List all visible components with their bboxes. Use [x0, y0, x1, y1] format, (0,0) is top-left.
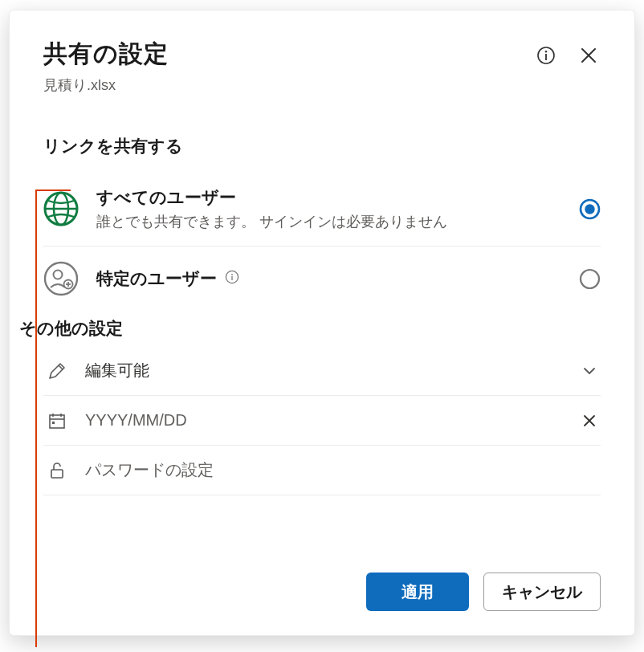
- expiration-date-row[interactable]: [43, 396, 601, 446]
- people-add-icon: [43, 261, 79, 296]
- apply-button[interactable]: 適用: [366, 573, 469, 611]
- option-everyone-title: すべてのユーザー: [96, 186, 561, 209]
- close-icon: [580, 47, 597, 64]
- svg-rect-18: [50, 415, 64, 428]
- option-specific-radio[interactable]: [579, 268, 601, 290]
- sharing-settings-dialog: 共有の設定 見積り.xlsx リンクを共有する: [9, 10, 635, 636]
- svg-point-16: [581, 270, 599, 288]
- svg-rect-22: [52, 422, 55, 424]
- share-link-section-label: リンクを共有する: [43, 135, 601, 157]
- cancel-button[interactable]: キャンセル: [483, 573, 601, 611]
- info-icon: [225, 270, 239, 284]
- pencil-icon: [47, 361, 67, 381]
- info-icon: [536, 46, 556, 65]
- option-specific-text: 特定のユーザー: [96, 267, 561, 290]
- option-everyone-desc: 誰とでも共有できます。 サインインは必要ありません: [96, 212, 561, 231]
- lock-icon: [47, 460, 67, 481]
- dialog-button-row: 適用 キャンセル: [43, 540, 601, 611]
- info-button[interactable]: [533, 43, 559, 68]
- close-button[interactable]: [577, 43, 601, 67]
- password-input-wrapper: [85, 461, 560, 479]
- svg-point-14: [232, 274, 234, 275]
- chevron-down-icon: [578, 364, 601, 378]
- filename-label: 見積り.xlsx: [43, 75, 169, 95]
- option-everyone[interactable]: すべてのユーザー 誰とでも共有できます。 サインインは必要ありません: [43, 172, 601, 247]
- option-specific-people[interactable]: 特定のユーザー: [43, 247, 601, 311]
- svg-rect-23: [51, 470, 63, 478]
- permission-dropdown[interactable]: 編集可能: [43, 346, 601, 396]
- svg-point-7: [585, 204, 594, 214]
- permission-label: 編集可能: [85, 360, 560, 381]
- option-specific-title: 特定のユーザー: [96, 269, 217, 287]
- password-input[interactable]: [85, 461, 560, 479]
- globe-icon: [43, 191, 79, 226]
- svg-rect-2: [545, 54, 547, 60]
- header-actions: [533, 43, 601, 68]
- calendar-icon: [47, 410, 67, 431]
- svg-point-9: [54, 271, 63, 279]
- password-row[interactable]: [43, 446, 601, 495]
- expiration-date-input-wrapper: [85, 411, 560, 430]
- close-icon: [582, 414, 597, 428]
- clear-date-button[interactable]: [578, 414, 601, 428]
- svg-point-1: [545, 51, 547, 52]
- option-everyone-text: すべてのユーザー 誰とでも共有できます。 サインインは必要ありません: [96, 186, 561, 231]
- title-block: 共有の設定 見積り.xlsx: [43, 38, 169, 95]
- dialog-title: 共有の設定: [43, 38, 169, 71]
- other-settings-label: その他の設定: [19, 317, 601, 340]
- expiration-date-input[interactable]: [85, 411, 560, 430]
- option-everyone-radio[interactable]: [579, 198, 601, 220]
- option-specific-info-button[interactable]: [225, 270, 239, 284]
- dialog-header: 共有の設定 見積り.xlsx: [43, 38, 601, 95]
- svg-rect-15: [232, 276, 233, 280]
